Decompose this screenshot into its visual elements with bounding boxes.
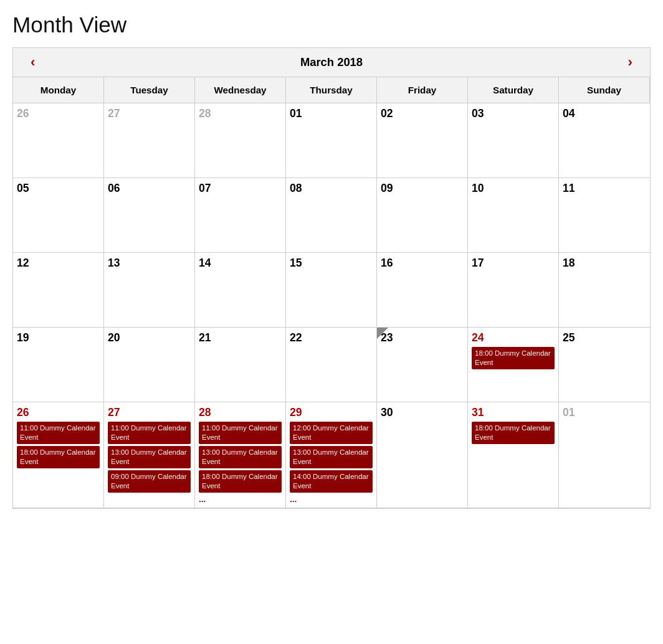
- day-number: 26: [17, 406, 29, 419]
- day-header-tuesday: Tuesday: [104, 77, 195, 103]
- day-cell-16[interactable]: 16: [377, 253, 468, 328]
- day-number: 05: [17, 182, 29, 195]
- day-cell-07[interactable]: 07: [195, 178, 286, 253]
- day-cell-25[interactable]: 25: [559, 328, 650, 402]
- day-cell-31[interactable]: 3118:00 Dummy Calendar Event: [468, 402, 559, 508]
- day-cell-05[interactable]: 05: [13, 178, 104, 253]
- day-header-saturday: Saturday: [468, 77, 559, 103]
- day-header-friday: Friday: [377, 77, 468, 103]
- day-number: 28: [199, 406, 211, 419]
- day-header-thursday: Thursday: [286, 77, 377, 103]
- day-number: 22: [290, 331, 302, 344]
- day-cell-12[interactable]: 12: [13, 253, 104, 328]
- day-cell-24[interactable]: 2418:00 Dummy Calendar Event: [468, 328, 559, 402]
- day-number: 11: [563, 182, 575, 195]
- day-cell-28[interactable]: 28: [195, 103, 286, 178]
- day-cell-21[interactable]: 21: [195, 328, 286, 402]
- next-month-button[interactable]: ›: [623, 54, 637, 70]
- day-number: 19: [17, 331, 29, 344]
- day-cell-19[interactable]: 19: [13, 328, 104, 402]
- day-cell-28[interactable]: 2811:00 Dummy Calendar Event13:00 Dummy …: [195, 402, 286, 508]
- day-number: 01: [563, 406, 575, 419]
- calendar-event[interactable]: 12:00 Dummy Calendar Event: [290, 422, 373, 444]
- day-number: 01: [290, 107, 302, 120]
- day-number: 13: [108, 257, 120, 270]
- prev-month-button[interactable]: ‹: [26, 54, 40, 70]
- day-number: 14: [199, 257, 211, 270]
- day-number: 30: [381, 406, 393, 419]
- calendar-event[interactable]: 09:00 Dummy Calendar Event: [108, 470, 191, 493]
- calendar-event[interactable]: 18:00 Dummy Calendar Event: [472, 347, 555, 369]
- calendar-event[interactable]: 11:00 Dummy Calendar Event: [199, 422, 282, 444]
- day-cell-27[interactable]: 2711:00 Dummy Calendar Event13:00 Dummy …: [104, 402, 195, 508]
- day-cell-09[interactable]: 09: [377, 178, 468, 253]
- day-cell-03[interactable]: 03: [468, 103, 559, 178]
- day-cell-10[interactable]: 10: [468, 178, 559, 253]
- calendar-event[interactable]: 14:00 Dummy Calendar Event: [290, 470, 373, 493]
- month-title: March 2018: [300, 55, 363, 69]
- day-cell-08[interactable]: 08: [286, 178, 377, 253]
- calendar-event[interactable]: 11:00 Dummy Calendar Event: [17, 422, 100, 444]
- day-number: 31: [472, 406, 484, 419]
- day-cell-02[interactable]: 02: [377, 103, 468, 178]
- day-cell-17[interactable]: 17: [468, 253, 559, 328]
- day-number: 10: [472, 182, 484, 195]
- more-events-indicator[interactable]: ...: [290, 495, 373, 504]
- day-number: 29: [290, 406, 302, 419]
- calendar-event[interactable]: 13:00 Dummy Calendar Event: [199, 446, 282, 468]
- day-number: 21: [199, 331, 211, 344]
- calendar: ‹ March 2018 › MondayTuesdayWednesdayThu…: [12, 47, 651, 509]
- day-number: 26: [17, 107, 29, 120]
- day-number: 28: [199, 107, 211, 120]
- day-cell-06[interactable]: 06: [104, 178, 195, 253]
- day-number: 24: [472, 331, 484, 344]
- day-number: 04: [563, 107, 575, 120]
- calendar-event[interactable]: 18:00 Dummy Calendar Event: [472, 422, 555, 444]
- calendar-event[interactable]: 13:00 Dummy Calendar Event: [290, 446, 373, 468]
- day-number: 20: [108, 331, 120, 344]
- day-number: 27: [108, 406, 120, 419]
- day-number: 18: [563, 257, 575, 270]
- day-cell-01[interactable]: 01: [286, 103, 377, 178]
- day-number: 02: [381, 107, 393, 120]
- day-cell-18[interactable]: 18: [559, 253, 650, 328]
- day-cell-23[interactable]: 23: [377, 328, 468, 402]
- day-number: 15: [290, 257, 302, 270]
- more-events-indicator[interactable]: ...: [199, 495, 282, 504]
- day-cell-26[interactable]: 2611:00 Dummy Calendar Event18:00 Dummy …: [13, 402, 104, 508]
- day-number: 07: [199, 182, 211, 195]
- calendar-event[interactable]: 13:00 Dummy Calendar Event: [108, 446, 191, 468]
- day-number: 09: [381, 182, 393, 195]
- page-title: Month View: [12, 12, 651, 37]
- day-cell-04[interactable]: 04: [559, 103, 650, 178]
- day-number: 12: [17, 257, 29, 270]
- day-number: 08: [290, 182, 302, 195]
- day-number: 03: [472, 107, 484, 120]
- day-cell-29[interactable]: 2912:00 Dummy Calendar Event13:00 Dummy …: [286, 402, 377, 508]
- day-number: 27: [108, 107, 120, 120]
- day-cell-30[interactable]: 30: [377, 402, 468, 508]
- day-number: 06: [108, 182, 120, 195]
- calendar-event[interactable]: 18:00 Dummy Calendar Event: [17, 446, 100, 468]
- day-header-sunday: Sunday: [559, 77, 650, 103]
- calendar-event[interactable]: 11:00 Dummy Calendar Event: [108, 422, 191, 444]
- calendar-header: ‹ March 2018 ›: [13, 48, 650, 77]
- day-number: 25: [563, 331, 575, 344]
- day-cell-13[interactable]: 13: [104, 253, 195, 328]
- day-cell-15[interactable]: 15: [286, 253, 377, 328]
- day-cell-14[interactable]: 14: [195, 253, 286, 328]
- day-cell-01[interactable]: 01: [559, 402, 650, 508]
- today-marker: [377, 328, 388, 339]
- day-cell-11[interactable]: 11: [559, 178, 650, 253]
- calendar-grid: MondayTuesdayWednesdayThursdayFridaySatu…: [13, 77, 650, 508]
- day-cell-26[interactable]: 26: [13, 103, 104, 178]
- day-header-monday: Monday: [13, 77, 104, 103]
- calendar-event[interactable]: 18:00 Dummy Calendar Event: [199, 470, 282, 493]
- day-cell-22[interactable]: 22: [286, 328, 377, 402]
- day-header-wednesday: Wednesday: [195, 77, 286, 103]
- day-number: 16: [381, 257, 393, 270]
- day-cell-20[interactable]: 20: [104, 328, 195, 402]
- day-cell-27[interactable]: 27: [104, 103, 195, 178]
- day-number: 17: [472, 257, 484, 270]
